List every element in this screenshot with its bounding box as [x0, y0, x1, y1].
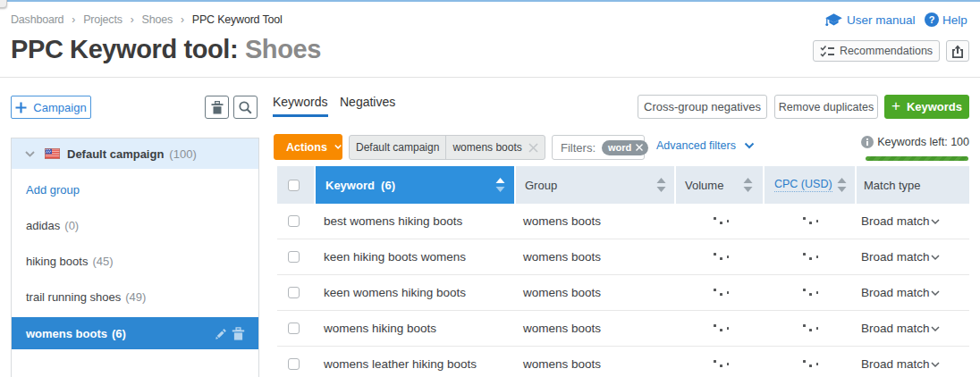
svg-text:?: ? [929, 14, 935, 25]
